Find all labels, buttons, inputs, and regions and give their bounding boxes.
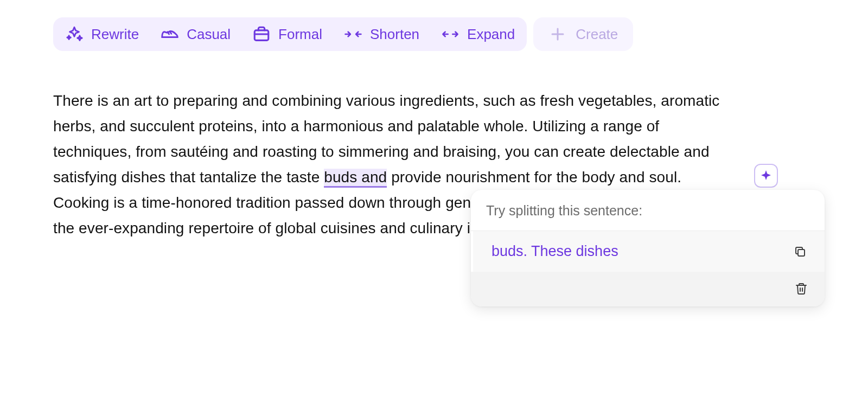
create-button[interactable]: Create xyxy=(533,17,633,51)
expand-button[interactable]: Expand xyxy=(441,25,515,43)
rewrite-label: Rewrite xyxy=(91,26,139,43)
briefcase-icon xyxy=(252,25,271,43)
casual-button[interactable]: Casual xyxy=(161,25,231,43)
shorten-button[interactable]: Shorten xyxy=(344,25,419,43)
sneaker-icon xyxy=(161,25,179,43)
copy-icon xyxy=(794,245,807,258)
suggestion-row[interactable]: buds. These dishes xyxy=(471,231,825,272)
expand-label: Expand xyxy=(467,26,515,43)
svg-rect-0 xyxy=(254,30,269,40)
arrows-in-icon xyxy=(344,25,362,43)
rewrite-button[interactable]: Rewrite xyxy=(65,25,139,43)
ai-suggestion-trigger[interactable] xyxy=(754,164,778,188)
svg-rect-1 xyxy=(798,250,805,256)
copy-button[interactable] xyxy=(792,244,808,260)
sparkle-icon xyxy=(760,169,773,182)
suggestion-text: buds. These dishes xyxy=(492,243,618,260)
sparkle-stars-icon xyxy=(65,25,84,43)
dismiss-button[interactable] xyxy=(793,280,809,297)
formal-label: Formal xyxy=(278,26,322,43)
highlighted-text[interactable]: buds and xyxy=(324,169,387,188)
shorten-label: Shorten xyxy=(370,26,419,43)
plus-icon xyxy=(548,25,567,43)
arrows-out-icon xyxy=(441,25,459,43)
create-label: Create xyxy=(576,26,618,43)
formal-button[interactable]: Formal xyxy=(252,25,322,43)
popup-header: Try splitting this sentence: xyxy=(471,190,825,231)
casual-label: Casual xyxy=(187,26,231,43)
ai-toolbar: Rewrite Casual Formal xyxy=(53,17,527,51)
popup-footer xyxy=(471,272,825,306)
suggestion-popup: Try splitting this sentence: buds. These… xyxy=(471,190,825,306)
trash-icon xyxy=(795,282,808,295)
